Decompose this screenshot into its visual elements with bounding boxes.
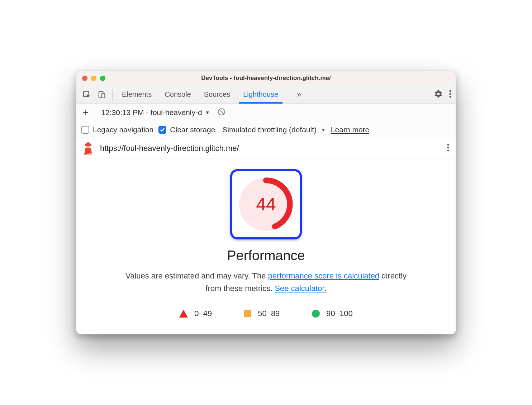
legend-low-label: 0–49 <box>194 309 212 318</box>
panel-tabs: Elements Console Sources Lighthouse » <box>120 86 301 103</box>
legacy-navigation-label: Legacy navigation <box>93 125 153 134</box>
throttling-label: Simulated throttling (default) <box>222 125 317 134</box>
clear-storage-option[interactable]: Clear storage <box>158 125 215 134</box>
maximize-window-button[interactable] <box>100 76 105 81</box>
triangle-icon <box>179 310 188 318</box>
devtools-window: DevTools - foul-heavenly-direction.glitc… <box>76 71 456 334</box>
score-legend: 0–49 50–89 90–100 <box>179 309 353 318</box>
legend-low: 0–49 <box>179 309 212 318</box>
legacy-navigation-option[interactable]: Legacy navigation <box>81 125 153 134</box>
learn-more-link[interactable]: Learn more <box>331 125 369 134</box>
tab-elements[interactable]: Elements <box>120 86 153 103</box>
legend-high-label: 90–100 <box>326 309 352 318</box>
window-title: DevTools - foul-heavenly-direction.glitc… <box>76 75 456 82</box>
minimize-window-button[interactable] <box>91 76 96 81</box>
score-calc-link[interactable]: performance score is calculated <box>268 271 380 280</box>
legend-mid-label: 50–89 <box>258 309 280 318</box>
report-selector[interactable]: 12:30:13 PM - foul-heavenly-d ▼ <box>101 108 210 117</box>
legend-high: 90–100 <box>312 309 352 318</box>
main-toolbar: Elements Console Sources Lighthouse » <box>76 85 456 104</box>
window-controls <box>82 76 105 81</box>
performance-gauge-highlight: 44 <box>230 169 302 239</box>
report-selector-label: 12:30:13 PM - foul-heavenly-d <box>101 108 202 117</box>
square-icon <box>244 310 251 317</box>
lighthouse-report: 44 Performance Values are estimated and … <box>76 158 456 334</box>
svg-rect-9 <box>86 146 90 148</box>
titlebar: DevTools - foul-heavenly-direction.glitc… <box>76 71 456 85</box>
toolbar-divider <box>426 89 426 100</box>
svg-point-3 <box>450 90 451 92</box>
report-menu-icon[interactable] <box>447 143 449 153</box>
report-url: https://foul-heavenly-direction.glitch.m… <box>100 144 441 153</box>
svg-point-4 <box>450 93 451 95</box>
clear-storage-checkbox[interactable] <box>158 126 166 134</box>
more-options-icon[interactable] <box>449 90 451 100</box>
legacy-navigation-checkbox[interactable] <box>81 126 89 134</box>
throttling-selector[interactable]: Simulated throttling (default) ▼ <box>222 125 326 134</box>
new-report-button[interactable]: + <box>81 107 91 118</box>
lighthouse-icon <box>83 142 94 155</box>
performance-score: 44 <box>237 176 295 233</box>
clear-report-icon[interactable] <box>217 108 226 118</box>
chevron-down-icon: ▼ <box>321 127 326 133</box>
svg-marker-8 <box>85 142 91 146</box>
tab-console[interactable]: Console <box>163 86 192 103</box>
chevron-down-icon: ▼ <box>205 110 210 115</box>
toolbar-divider <box>112 89 113 100</box>
svg-line-7 <box>219 110 224 114</box>
close-window-button[interactable] <box>82 76 87 81</box>
svg-point-14 <box>447 149 449 151</box>
desc-text: Values are estimated and may vary. The <box>125 271 268 280</box>
svg-point-13 <box>447 147 449 148</box>
tab-lighthouse[interactable]: Lighthouse <box>242 86 280 103</box>
performance-gauge[interactable]: 44 <box>237 176 295 233</box>
report-url-row: https://foul-heavenly-direction.glitch.m… <box>76 138 456 158</box>
calculator-link[interactable]: See calculator. <box>275 284 326 293</box>
tab-sources[interactable]: Sources <box>203 86 232 103</box>
svg-point-12 <box>447 144 449 146</box>
lighthouse-options-bar: Legacy navigation Clear storage Simulate… <box>76 121 456 138</box>
divider <box>96 108 96 118</box>
legend-mid: 50–89 <box>244 309 280 318</box>
category-title: Performance <box>227 248 305 263</box>
settings-gear-icon[interactable] <box>434 90 443 100</box>
inspect-element-icon[interactable] <box>81 89 93 101</box>
circle-icon <box>312 310 320 318</box>
clear-storage-label: Clear storage <box>170 125 215 134</box>
svg-point-5 <box>450 96 451 97</box>
report-description: Values are estimated and may vary. The p… <box>119 270 413 294</box>
device-toggle-icon[interactable] <box>96 89 108 101</box>
more-tabs-icon[interactable]: » <box>297 90 301 99</box>
lighthouse-subbar: + 12:30:13 PM - foul-heavenly-d ▼ <box>76 104 456 121</box>
svg-rect-2 <box>102 93 105 98</box>
